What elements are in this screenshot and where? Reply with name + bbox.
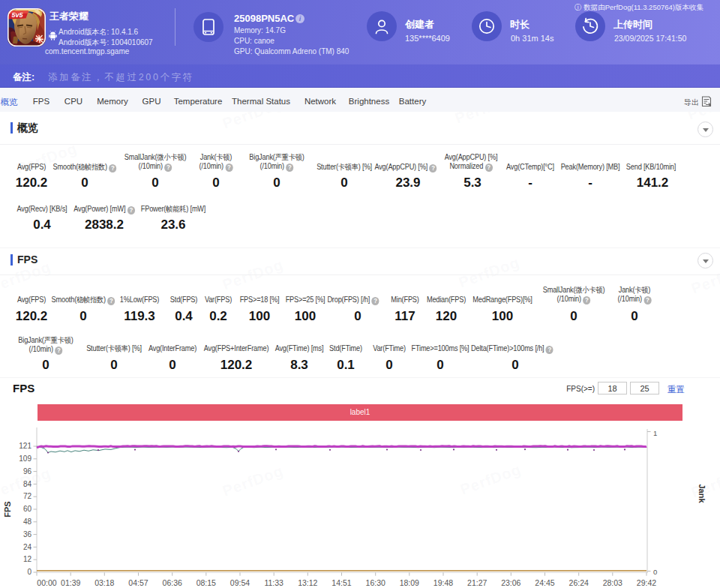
svg-text:84: 84 (23, 480, 32, 488)
svg-text:1: 1 (653, 429, 657, 437)
svg-text:23:06: 23:06 (501, 578, 520, 587)
svg-text:36: 36 (23, 530, 32, 538)
svg-text:121: 121 (19, 442, 32, 450)
svg-text:14:51: 14:51 (332, 578, 351, 587)
svg-text:Jank: Jank (698, 484, 706, 503)
svg-text:29:42: 29:42 (637, 578, 656, 587)
svg-text:03:18: 03:18 (94, 578, 114, 587)
svg-text:13:12: 13:12 (298, 578, 317, 587)
svg-text:FPS: FPS (3, 501, 12, 517)
svg-text:16:30: 16:30 (366, 578, 386, 587)
svg-text:24: 24 (23, 543, 32, 551)
svg-text:00:00: 00:00 (37, 578, 56, 587)
svg-text:60: 60 (23, 505, 32, 513)
svg-text:01:39: 01:39 (61, 578, 80, 587)
svg-text:21:27: 21:27 (467, 578, 487, 587)
svg-text:109: 109 (19, 454, 32, 463)
svg-text:96: 96 (23, 467, 32, 476)
svg-text:06:36: 06:36 (163, 578, 182, 587)
svg-text:24:45: 24:45 (535, 578, 554, 587)
svg-text:04:57: 04:57 (128, 578, 148, 587)
svg-text:18:09: 18:09 (400, 578, 419, 587)
svg-text:12: 12 (23, 555, 32, 563)
svg-text:48: 48 (23, 518, 32, 526)
svg-text:0: 0 (27, 568, 32, 576)
svg-text:72: 72 (23, 492, 32, 500)
svg-text:09:54: 09:54 (230, 578, 250, 587)
svg-text:19:48: 19:48 (434, 578, 453, 587)
svg-text:11:33: 11:33 (264, 578, 284, 587)
svg-text:0: 0 (653, 568, 657, 576)
svg-text:28:03: 28:03 (603, 578, 622, 587)
svg-text:26:24: 26:24 (569, 578, 589, 587)
svg-text:08:15: 08:15 (196, 578, 216, 587)
